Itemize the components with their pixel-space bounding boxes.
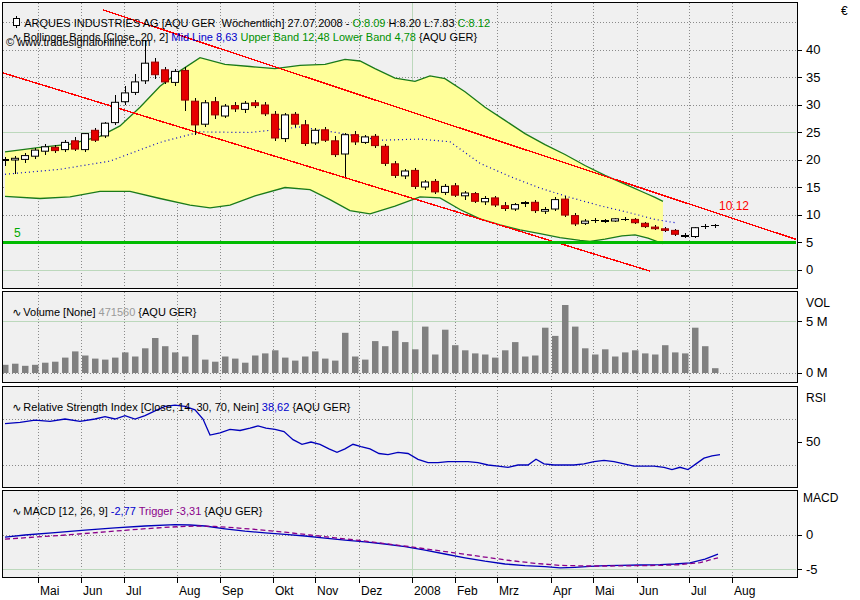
volume-bar <box>712 368 719 373</box>
svg-text:Mai: Mai <box>40 584 59 598</box>
volume-bar <box>492 358 499 373</box>
candle <box>662 229 669 231</box>
svg-text:Aug: Aug <box>179 584 200 598</box>
midline-value: Mid Line 8,63 <box>171 31 240 43</box>
candle <box>582 221 589 223</box>
candle <box>252 103 259 106</box>
candle <box>162 70 169 82</box>
volume-bar <box>42 363 49 373</box>
volume-bar <box>222 357 229 374</box>
volume-bar <box>422 327 429 373</box>
volume-bar <box>452 345 459 373</box>
volume-bar <box>432 355 439 374</box>
candle <box>142 63 149 81</box>
volume-bar <box>342 333 349 373</box>
watermark: © www.tradesignalonline.com <box>6 36 150 48</box>
rsi-symbol: {AQU GER} <box>289 401 350 413</box>
rsi-value: 38,62 <box>262 401 290 413</box>
volume-bar <box>202 360 209 373</box>
volume-bar <box>382 346 389 373</box>
candle <box>52 147 59 150</box>
candle <box>632 219 639 222</box>
volume-bar <box>12 364 19 373</box>
candle <box>72 141 79 149</box>
volume-bar <box>142 348 149 373</box>
time-axis: MaiJunJulAugSepOktNovDez2008FebMrzAprMai… <box>38 578 755 598</box>
volume-bar <box>112 358 119 373</box>
candle <box>552 200 559 209</box>
volume-bar <box>442 330 449 373</box>
candle <box>502 206 509 209</box>
candle <box>12 158 19 160</box>
volume-bar <box>412 349 419 373</box>
svg-text:Mrz: Mrz <box>499 584 519 598</box>
volume-bar <box>272 350 279 373</box>
candle <box>392 164 399 176</box>
volume-bar <box>22 366 29 373</box>
svg-text:Mai: Mai <box>595 584 614 598</box>
candle <box>102 123 109 136</box>
volume-bar <box>502 350 509 373</box>
svg-text:5 M: 5 M <box>806 314 828 329</box>
volume-bar <box>292 361 299 373</box>
volume-bar <box>572 327 579 373</box>
volume-bar <box>702 346 709 373</box>
volume-header: ∿Volume [None] 471560 {AQU GER} <box>6 294 196 319</box>
volume-bar <box>602 349 609 373</box>
volume-bar <box>642 353 649 373</box>
candle <box>562 199 569 215</box>
svg-text:50: 50 <box>806 434 820 449</box>
candle <box>42 147 49 151</box>
volume-bar <box>102 360 109 373</box>
candle <box>642 223 649 226</box>
svg-text:Sep: Sep <box>222 584 244 598</box>
candle <box>402 171 409 176</box>
volume-bar <box>462 350 469 373</box>
candle <box>312 130 319 143</box>
rsi-header: ∿Relative Strength Index [Close, 14, 30,… <box>6 389 351 414</box>
volume-bar <box>352 357 359 374</box>
volume-bar <box>302 357 309 374</box>
volume-bar <box>482 355 489 374</box>
volume-axis-title: VOL <box>806 297 830 309</box>
volume-bar <box>162 346 169 373</box>
candle <box>232 106 239 109</box>
candle <box>92 130 99 140</box>
svg-text:-5: -5 <box>806 562 818 577</box>
volume-bar <box>52 362 59 373</box>
volume-label: Volume [None] <box>23 306 98 318</box>
candle <box>492 198 499 205</box>
candle <box>472 194 479 202</box>
volume-bar <box>522 357 529 374</box>
indicator-wave-icon: ∿ <box>12 505 21 518</box>
rsi-axis-title: RSI <box>806 392 826 404</box>
candle <box>212 102 219 115</box>
candle <box>112 102 119 122</box>
candle <box>222 106 229 116</box>
trendline-value-label: 10.12 <box>719 199 749 213</box>
volume-bar <box>532 356 539 374</box>
support-line-label: 5 <box>14 226 21 240</box>
volume-bar <box>122 352 129 373</box>
candle <box>292 114 299 124</box>
candle <box>302 125 309 144</box>
volume-bar <box>372 341 379 373</box>
candle <box>82 134 89 150</box>
volume-bar <box>692 328 699 373</box>
volume-bar <box>392 331 399 373</box>
svg-text:Aug: Aug <box>734 584 755 598</box>
volume-bar <box>132 357 139 374</box>
candle <box>22 156 29 160</box>
candle <box>282 115 289 139</box>
candle <box>672 230 679 234</box>
volume-bar <box>172 352 179 373</box>
svg-text:10: 10 <box>806 207 820 222</box>
candle <box>202 103 209 124</box>
chart-window: { "header": { "instrument": "ARQUES INDU… <box>0 0 860 600</box>
macd-axis-title: MACD <box>803 492 838 504</box>
svg-text:15: 15 <box>806 180 820 195</box>
volume-bar <box>82 356 89 374</box>
volume-bar <box>242 363 249 373</box>
candle <box>132 82 139 93</box>
candle <box>322 130 329 140</box>
